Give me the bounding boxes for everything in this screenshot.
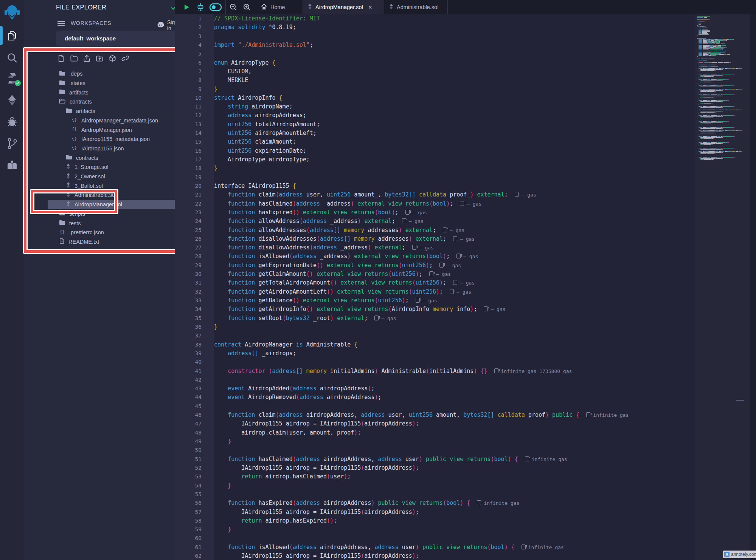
line-number: 6 (175, 59, 214, 67)
code-line-36: 36} (175, 323, 695, 331)
publish-gist-icon[interactable] (121, 54, 129, 64)
editor-scrollbar[interactable] (750, 14, 756, 560)
gas-pump-icon (402, 218, 406, 223)
code-line-content: uint256 totalAirdropAmount; (214, 120, 320, 129)
gas-pump-icon (477, 500, 481, 505)
code-line-content: function getAirdropAmountLeft() external… (214, 288, 471, 296)
solidity-compiler-icon[interactable] (0, 70, 24, 87)
line-number: 11 (175, 102, 214, 111)
tree-item-label: contracts (70, 99, 92, 105)
search-icon[interactable] (0, 49, 24, 67)
line-number: 49 (175, 437, 214, 446)
code-line-21: 21 function claim(address user, uint256 … (175, 190, 695, 199)
folder-icon (66, 154, 72, 161)
tab-label: Home (270, 4, 285, 10)
sol-icon (66, 163, 71, 171)
tab-administrable-sol[interactable]: Administrable.sol (384, 0, 447, 14)
svg-text:{}: {} (72, 127, 77, 131)
line-number: 1 (175, 14, 214, 23)
code-line-content: IAirdrop1155 airdrop = IAirdrop1155(aird… (214, 464, 419, 472)
deploy-run-icon[interactable] (0, 91, 24, 109)
line-number: 33 (175, 296, 214, 305)
zoom-in-button[interactable] (241, 0, 253, 14)
line-number: 26 (175, 235, 214, 243)
line-number: 34 (175, 305, 214, 314)
git-icon[interactable] (0, 135, 24, 152)
new-file-icon[interactable] (57, 54, 65, 64)
tab-home[interactable]: Home (256, 0, 303, 14)
code-line-content: enum AirdropType { (214, 59, 276, 67)
line-number: 43 (175, 384, 214, 393)
tree-item-label: tests (69, 220, 81, 226)
tree-item-label: scripts (69, 211, 85, 217)
new-folder-icon[interactable] (70, 54, 78, 64)
folder-icon (59, 70, 65, 77)
svg-text:{}: {} (60, 229, 65, 234)
close-tab-icon[interactable]: × (368, 4, 372, 11)
debugger-icon[interactable] (0, 113, 24, 131)
tab-label: Administrable.sol (397, 4, 438, 10)
code-line-1: 1// SPDX-License-Identifier: MIT (175, 14, 695, 23)
code-line-22: 22 function hasClaimed(address _address)… (175, 200, 695, 208)
tree-item-label: 3_Ballot.sol (75, 183, 103, 189)
tree-item-label: artifacts (69, 90, 88, 96)
file-explorer-icon[interactable] (0, 27, 24, 45)
line-number: 45 (175, 402, 214, 411)
code-line-content: address[] _airdrops; (214, 349, 296, 358)
gas-pump-icon (453, 280, 457, 285)
gas-pump-icon (460, 201, 464, 206)
code-line-56: 56 function hasExpired(address airdropAd… (175, 499, 695, 507)
code-line-34: 34 function getAirdropInfo() external vi… (175, 305, 695, 314)
panel-title: FILE EXPLORER (56, 4, 106, 11)
json-icon: {} (59, 229, 65, 236)
tab-divider (447, 0, 448, 14)
tree-item-label: artifacts (76, 108, 95, 114)
upload-file-icon[interactable] (83, 54, 91, 64)
code-line-content: } (214, 164, 217, 173)
remix-ai-assistant-button[interactable] (194, 0, 206, 14)
hamburger-menu-icon[interactable] (57, 20, 65, 28)
code-line-28: 28 function isAllowed(address _address) … (175, 252, 695, 261)
line-number: 50 (175, 446, 214, 455)
json-icon: {} (71, 117, 78, 124)
code-editor[interactable]: 1// SPDX-License-Identifier: MIT2pragma … (175, 14, 695, 560)
line-number: 27 (175, 243, 214, 252)
code-line-61: 61 function isAllowed(address airdropAdd… (175, 543, 695, 552)
code-line-15: 15 uint256 claimAmount; (175, 138, 695, 146)
line-number: 57 (175, 508, 214, 517)
code-line-4: 4import "./Administrable.sol"; (175, 41, 695, 50)
run-script-button[interactable] (181, 0, 192, 14)
code-line-9: 9} (175, 85, 695, 94)
line-number: 22 (175, 200, 214, 208)
code-line-content: event AirdropAdded(address airdropAddres… (214, 384, 374, 393)
folder-icon (59, 80, 65, 87)
code-line-content: function getBalance() external view retu… (214, 296, 437, 305)
code-line-40: 40 (175, 358, 695, 367)
editor-minimap[interactable] (695, 14, 750, 560)
gas-pump-icon (429, 271, 433, 276)
code-line-content: function isAllowed(address _address) ext… (214, 252, 478, 261)
code-line-10: 10struct AirdropInfo { (175, 94, 695, 102)
zoom-out-button[interactable] (227, 0, 240, 14)
code-line-29: 29 function getExpirationDate() external… (175, 261, 695, 270)
ai-copilot-toggle[interactable] (208, 0, 223, 14)
line-number: 21 (175, 190, 214, 199)
solidity-file-icon (307, 3, 312, 11)
line-number: 55 (175, 490, 214, 499)
workspace-select[interactable]: default_workspace (56, 31, 191, 46)
upload-folder-icon[interactable] (96, 54, 104, 64)
remix-logo-icon[interactable] (0, 4, 24, 21)
tree-item-label: AirdropManager.sol (75, 201, 122, 207)
code-line-content: function claim(address airdropAddress, a… (214, 411, 629, 419)
line-number: 52 (175, 464, 214, 472)
publish-ipfs-icon[interactable] (109, 54, 116, 64)
compile-success-badge (15, 80, 21, 86)
tab-airdropmanager-sol[interactable]: AirdropManager.sol× (303, 0, 384, 14)
code-line-content: function disallowAddress(address _addres… (214, 243, 434, 252)
code-line-content: function hasClaimed(address airdropAddre… (214, 455, 567, 464)
sol-icon (66, 191, 71, 199)
code-line-60: 60 (175, 534, 695, 543)
code-line-25: 25 function allowAddresses(address[] mem… (175, 226, 695, 235)
tree-item-label: Administrable.sol (75, 192, 116, 198)
plugin-book-icon[interactable] (0, 157, 24, 174)
